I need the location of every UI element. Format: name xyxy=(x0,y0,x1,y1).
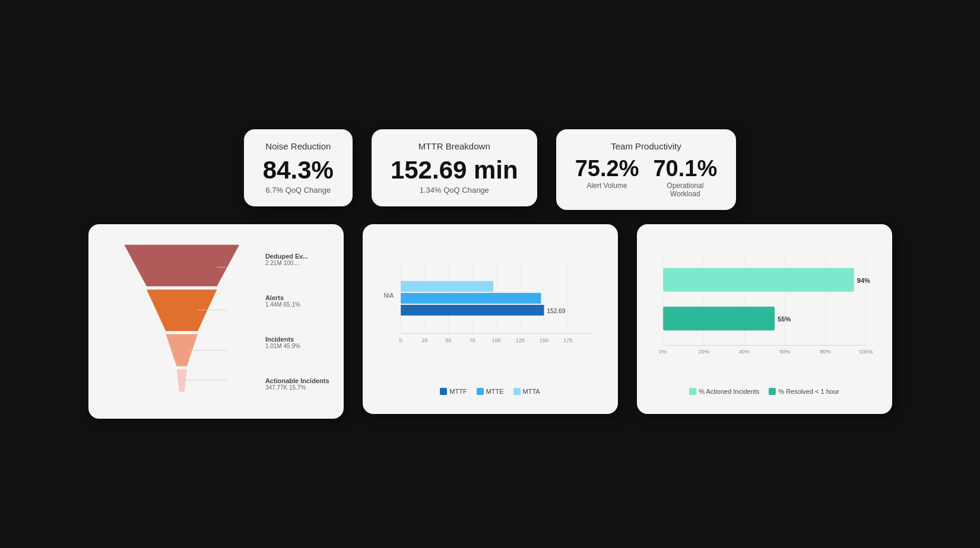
resolved-bar-label: 55% xyxy=(778,316,791,323)
operational-workload-label: Operational Workload xyxy=(661,181,709,198)
hbar-chart-card: 0% 20% 40% 60% 80% 100% 94% xyxy=(637,224,892,414)
team-productivity-title: Team Productivity xyxy=(575,141,718,151)
mttr-svg-container: N\A 0 25 50 75 100 125 150 175 xyxy=(377,238,604,381)
svg-text:40%: 40% xyxy=(738,349,749,355)
funnel-label-actionable: Actionable Incidents 347.77K 15.7% xyxy=(265,377,329,391)
mttr-breakdown-title: MTTR Breakdown xyxy=(391,141,518,151)
noise-reduction-value: 84.3% xyxy=(263,156,334,184)
mttr-breakdown-card: MTTR Breakdown 152.69 min 1.34% QoQ Chan… xyxy=(372,129,537,206)
bar-value-label: 152.69 xyxy=(547,308,565,314)
mttr-y-label: N\A xyxy=(383,292,394,299)
actioned-bar xyxy=(663,268,854,292)
mttr-breakdown-value: 152.69 min xyxy=(391,156,518,184)
svg-text:125: 125 xyxy=(515,337,524,343)
team-productivity-values: 75.2% Alert Volume 70.1% Operational Wor… xyxy=(575,156,718,198)
alert-volume-label: Alert Volume xyxy=(587,181,627,190)
funnel-label-alerts: Alerts 1.44M 65.1% xyxy=(265,294,329,308)
mtte-bar xyxy=(401,293,541,304)
actioned-legend-label: % Actioned Incidents xyxy=(699,388,759,395)
actioned-bar-label: 94% xyxy=(857,277,870,284)
mttf-bar xyxy=(401,305,544,316)
svg-text:0%: 0% xyxy=(659,349,667,355)
svg-text:25: 25 xyxy=(421,337,427,343)
noise-reduction-card: Noise Reduction 84.3% 6.7% QoQ Change xyxy=(244,129,353,206)
alert-volume-item: 75.2% Alert Volume xyxy=(575,156,639,198)
funnel-chart-card: Deduped Ev... 2.21M 100.... Alerts 1.44M… xyxy=(88,224,344,419)
operational-workload-item: 70.1% Operational Workload xyxy=(653,156,717,198)
svg-text:80%: 80% xyxy=(820,349,830,355)
mttr-breakdown-value-container: 152.69 min 1.34% QoQ Change xyxy=(391,156,518,195)
funnel-container: Deduped Ev... 2.21M 100.... Alerts 1.44M… xyxy=(103,238,329,404)
mtta-legend-dot xyxy=(513,388,521,395)
hbar-legend: % Actioned Incidents % Resolved < 1 hour xyxy=(651,388,878,395)
funnel-label-deduped: Deduped Ev... 2.21M 100.... xyxy=(265,253,329,266)
bottom-charts-row: Deduped Ev... 2.21M 100.... Alerts 1.44M… xyxy=(24,224,956,419)
alert-volume-value: 75.2% xyxy=(575,156,639,181)
svg-marker-3 xyxy=(176,369,186,392)
actioned-legend-dot xyxy=(689,388,696,395)
mttr-svg: N\A 0 25 50 75 100 125 150 175 xyxy=(377,238,604,381)
legend-mttf: MTTF xyxy=(440,388,467,395)
svg-text:50: 50 xyxy=(445,337,451,343)
mtta-bar xyxy=(401,281,493,292)
mttf-legend-dot xyxy=(440,388,447,395)
svg-text:100%: 100% xyxy=(859,349,873,355)
resolved-legend-label: % Resolved < 1 hour xyxy=(778,388,839,395)
svg-marker-1 xyxy=(146,289,216,331)
dashboard: Noise Reduction 84.3% 6.7% QoQ Change MT… xyxy=(0,106,980,442)
svg-text:75: 75 xyxy=(469,337,475,343)
funnel-label-incidents: Incidents 1.01M 45.9% xyxy=(265,336,329,349)
noise-reduction-value-container: 84.3% 6.7% QoQ Change xyxy=(263,156,334,195)
mtta-legend-label: MTTA xyxy=(523,388,540,395)
svg-text:100: 100 xyxy=(491,337,500,343)
legend-resolved: % Resolved < 1 hour xyxy=(769,388,839,395)
svg-text:20%: 20% xyxy=(698,349,709,355)
mtte-legend-dot xyxy=(477,388,484,395)
legend-mtta: MTTA xyxy=(513,388,540,395)
operational-workload-value: 70.1% xyxy=(653,156,717,181)
mttr-legend: MTTF MTTE MTTA xyxy=(377,388,604,395)
funnel-labels: Deduped Ev... 2.21M 100.... Alerts 1.44M… xyxy=(261,238,329,404)
funnel-svg xyxy=(103,238,261,404)
mttf-legend-label: MTTF xyxy=(449,388,467,395)
mttr-chart-card: N\A 0 25 50 75 100 125 150 175 xyxy=(363,224,618,414)
resolved-legend-dot xyxy=(769,388,776,395)
noise-reduction-subtext: 6.7% QoQ Change xyxy=(265,186,331,195)
resolved-bar xyxy=(663,307,775,330)
noise-reduction-title: Noise Reduction xyxy=(263,141,334,151)
svg-text:175: 175 xyxy=(563,337,572,343)
team-productivity-card: Team Productivity 75.2% Alert Volume 70.… xyxy=(556,129,737,210)
legend-mtte: MTTE xyxy=(477,388,504,395)
mttr-breakdown-subtext: 1.34% QoQ Change xyxy=(420,186,489,195)
hbar-svg-container: 0% 20% 40% 60% 80% 100% 94% xyxy=(651,238,878,381)
svg-text:60%: 60% xyxy=(779,349,790,355)
svg-text:150: 150 xyxy=(539,337,548,343)
hbar-svg: 0% 20% 40% 60% 80% 100% 94% xyxy=(651,238,878,381)
svg-text:0: 0 xyxy=(399,337,402,343)
legend-actioned: % Actioned Incidents xyxy=(689,388,759,395)
top-metrics-row: Noise Reduction 84.3% 6.7% QoQ Change MT… xyxy=(24,129,956,210)
mtte-legend-label: MTTE xyxy=(486,388,504,395)
svg-marker-0 xyxy=(124,245,239,286)
